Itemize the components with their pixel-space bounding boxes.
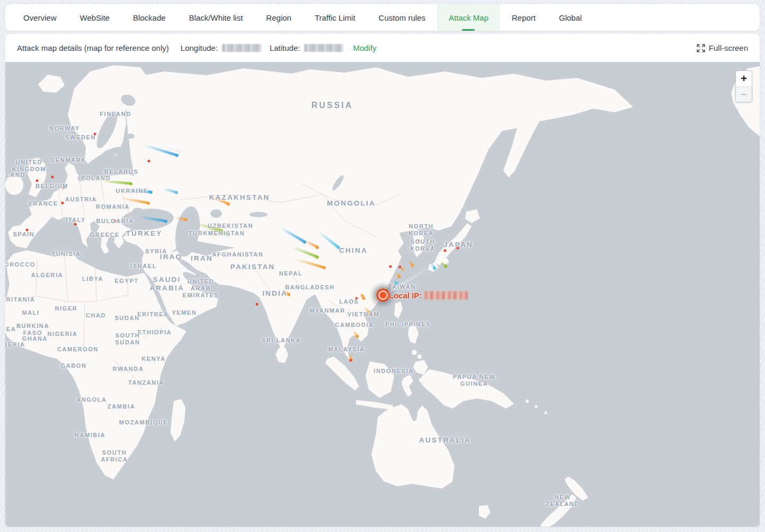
map-label-united-kingdom: UNITED KINGDOM (12, 159, 46, 173)
map-label-italy: ITALY (66, 217, 86, 224)
tab-website[interactable]: WebSite (68, 4, 121, 31)
map-label-bangladesh: BANGLADESH (285, 284, 335, 291)
map-label-tunisia: TUNISIA (51, 251, 81, 258)
fullscreen-label: Full-screen (709, 43, 748, 52)
tab-attack-map[interactable]: Attack Map (437, 4, 500, 31)
map-label-mauritania: MAURITANIA (5, 296, 35, 303)
map-label-pakistan: PAKISTAN (230, 263, 275, 271)
map-label-egypt: EGYPT (114, 278, 138, 285)
map-label-angola: ANGOLA (76, 396, 106, 403)
fullscreen-button[interactable]: Full-screen (697, 43, 748, 52)
map-label-liberia: LIBERIA (5, 341, 25, 348)
map-label-nigeria: NIGERIA (47, 331, 77, 338)
map-label-bulgaria: BULGARIA (96, 218, 134, 225)
map-label-kazakhstan: KAZAKHSTAN (209, 193, 270, 202)
panel-title: Attack map details (map for reference on… (17, 43, 169, 52)
tab-bar: OverviewWebSiteBlockadeBlack/White listR… (5, 4, 760, 31)
map-label-burkina-faso: BURKINA FASO (16, 323, 49, 336)
longitude-value-redacted (222, 44, 261, 52)
map-label-cameroon: CAMEROON (57, 346, 99, 353)
attack-map-panel: Attack map details (map for reference on… (5, 34, 760, 527)
tab-region[interactable]: Region (254, 4, 303, 31)
map-label-papua-new-guinea: PAPUA NEW GUINEA (453, 374, 495, 387)
fullscreen-icon (697, 44, 705, 52)
local-ip-label: Local IP: (389, 291, 422, 300)
local-ip-callout: Local IP: (389, 291, 468, 300)
map-label-uzbekistan: UZBEKISTAN (208, 223, 253, 229)
map-label-ukraine: UKRAINE (115, 188, 148, 194)
map-label-eritrea: ERITREA (137, 311, 168, 318)
map-label-morocco: MOROCCO (5, 261, 35, 268)
map-label-denmark: DENMARK (50, 157, 86, 164)
map-label-belarus: BELARUS (104, 169, 138, 175)
map-label-india: INDIA (262, 289, 288, 298)
tab-overview[interactable]: Overview (12, 4, 68, 31)
map-label-ghana: GHANA (22, 335, 48, 342)
map-label-north-korea: NORTH KOREA (408, 223, 434, 237)
map-label-guinea: GUINEA (5, 326, 16, 333)
map-label-united-arab-emirates: UNITED ARAB EMIRATES (183, 278, 219, 299)
map-label-zambia: ZAMBIA (108, 403, 135, 410)
map-label-laos: LAOS (340, 298, 359, 305)
map-label-algeria: ALGERIA (31, 272, 64, 279)
tab-global[interactable]: Global (547, 4, 593, 31)
map-label-malaysia: MALAYSIA (328, 346, 364, 353)
map-label-gabon: GABON (61, 362, 87, 369)
map-label-libya: LIBYA (82, 276, 103, 282)
tab-traffic-limit[interactable]: Traffic Limit (303, 4, 367, 31)
map-label-namibia: NAMIBIA (75, 432, 105, 439)
map-label-myanmar: MYANMAR (309, 307, 345, 314)
map-label-iraq: IRAQ (160, 253, 183, 261)
map-label-sri-lanka: SRI LANKA (262, 337, 301, 344)
attack-map[interactable]: RUSSIAFINLANDNORWAYSWEDENDENMARKUNITED K… (5, 62, 760, 527)
map-label-russia: RUSSIA (312, 100, 353, 110)
map-label-spain: SPAIN (13, 231, 35, 238)
map-label-rwanda: RWANDA (113, 366, 144, 373)
map-label-yemen: YEMEN (172, 309, 197, 316)
map-label-south-sudan: SOUTH SUDAN (115, 332, 140, 346)
map-label-china: CHINA (339, 246, 368, 255)
map-label-romania: ROMANIA (96, 203, 130, 210)
map-label-belgium: BELGIUM (35, 183, 68, 190)
map-label-sudan: SUDAN (114, 315, 139, 322)
zoom-in-button[interactable]: + (736, 71, 752, 87)
map-label-south-africa: SOUTH AFRICA (101, 449, 128, 463)
map-label-mali: MALI (22, 309, 39, 316)
map-label-ethiopia: ETHIOPIA (138, 329, 172, 336)
map-label-chad: CHAD (86, 312, 106, 319)
map-label-mongolia: MONGOLIA (327, 199, 376, 208)
map-label-mozambique: MOZAMBIQUE (119, 419, 168, 426)
map-label-indonesia: INDONESIA (373, 368, 414, 375)
map-label-australia: AUSTRALIA (419, 436, 471, 445)
map-label-cambodia: CAMBODIA (335, 322, 373, 329)
map-label-vietnam: VIETNAM (348, 311, 380, 318)
latitude-label: Latitude: (270, 43, 300, 52)
tab-custom-rules[interactable]: Custom rules (367, 4, 437, 31)
tab-black-white-list[interactable]: Black/White list (177, 4, 255, 31)
map-label-nepal: NEPAL (279, 270, 303, 277)
map-label-new-zealand: NEW ZEALAND (546, 494, 580, 508)
map-label-poland: POLAND (81, 175, 111, 182)
map-label-greece: GREECE (90, 232, 120, 238)
map-toolbar: Attack map details (map for reference on… (5, 34, 760, 62)
map-label-turkey: TURKEY (126, 229, 163, 238)
zoom-out-button[interactable]: − (736, 87, 752, 102)
map-label-turkmenistan: TURKMENISTAN (189, 230, 245, 237)
map-label-syria: SYRIA (145, 248, 167, 255)
local-ip-marker[interactable] (380, 292, 387, 299)
map-label-philippines: PHILIPPINES (385, 321, 431, 328)
latitude-value-redacted (304, 44, 343, 52)
tab-blockade[interactable]: Blockade (121, 4, 177, 31)
map-label-niger: NIGER (55, 305, 78, 312)
modify-link[interactable]: Modify (353, 43, 376, 52)
map-label-finland: FINLAND (100, 111, 131, 118)
map-label-ireland: IRELAND (5, 172, 25, 179)
map-label-kenya: KENYA (141, 356, 166, 362)
map-label-afghanistan: AFGHANISTAN (212, 251, 264, 258)
page: { "nav": { "tabs": [ {"label": "Overview… (0, 0, 765, 532)
tab-report[interactable]: Report (500, 4, 547, 31)
map-label-france: FRANCE (29, 200, 58, 207)
map-label-iran: IRAN (191, 254, 213, 263)
map-label-south-korea: SOUTH KOREA (410, 238, 435, 252)
local-ip-value-redacted (424, 291, 468, 299)
